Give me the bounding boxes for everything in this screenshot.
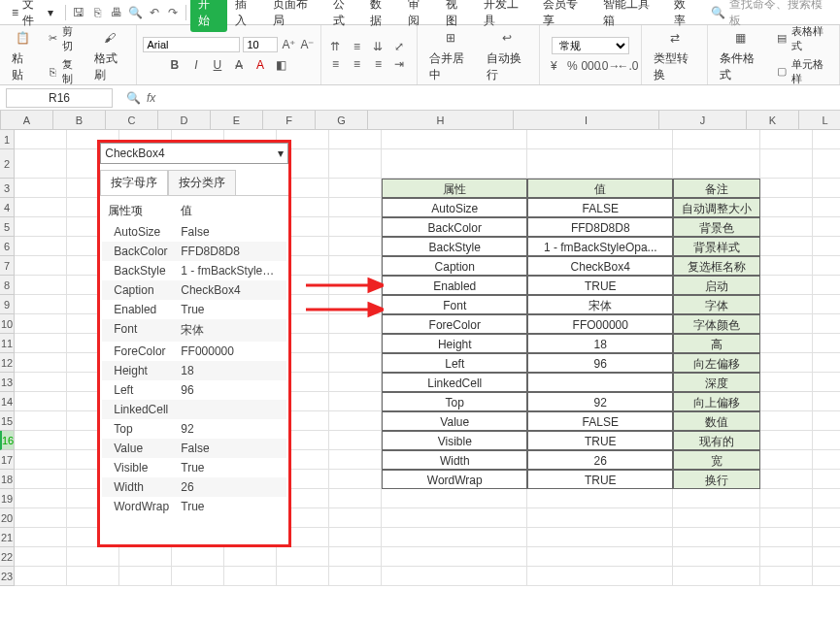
cell[interactable] [813,276,840,295]
cell[interactable]: Caption [382,256,527,276]
cell[interactable]: BackStyle [382,237,527,256]
cell[interactable]: FALSE [527,411,673,431]
cell[interactable] [329,198,382,217]
table-style-button[interactable]: ▤表格样式 [771,23,833,54]
row-header[interactable]: 12 [0,353,14,373]
cell[interactable]: Top [382,392,527,411]
cell[interactable] [329,237,382,256]
property-row[interactable]: VisibleTrue [102,458,286,477]
cell[interactable]: 背景样式 [673,237,760,256]
cell[interactable] [527,149,673,179]
cell-style-button[interactable]: ▢单元格样 [771,56,833,87]
property-row[interactable]: ValueFalse [102,439,286,458]
column-header[interactable]: I [514,111,659,129]
cell[interactable]: BackColor [382,217,527,237]
cell[interactable] [15,528,67,547]
property-row[interactable]: ForeColorFF000000 [102,342,286,361]
cell[interactable] [382,567,527,586]
cell[interactable] [382,489,527,508]
cell[interactable]: 换行 [673,470,760,489]
cell[interactable] [329,149,382,179]
cell[interactable] [67,547,119,567]
indent-icon[interactable]: ⇥ [391,56,407,72]
cell[interactable]: 数值 [673,411,760,431]
property-row[interactable]: LinkedCell [102,400,286,419]
cell[interactable] [760,314,813,334]
cell[interactable] [15,276,67,295]
column-header[interactable]: G [316,111,368,129]
column-header[interactable]: H [368,111,514,129]
percent-icon[interactable]: % [564,58,580,74]
cell[interactable] [813,314,840,334]
save-icon[interactable]: 🖫 [70,4,86,21]
prop-value[interactable]: True [181,500,281,513]
row-header[interactable]: 11 [0,334,14,353]
row-header[interactable]: 16 [0,431,14,450]
wrap-button[interactable]: ↩自动换行 [481,25,533,85]
property-row[interactable]: CaptionCheckBox4 [102,280,286,300]
cell[interactable] [527,528,673,547]
cell[interactable] [329,392,382,411]
cell[interactable] [760,508,813,528]
cell[interactable] [277,547,329,567]
row-header[interactable]: 17 [0,450,14,470]
cell[interactable] [224,567,277,586]
cell[interactable] [813,179,840,198]
cell[interactable] [329,373,382,392]
cell[interactable] [224,547,277,567]
cell[interactable] [813,411,840,431]
cell[interactable]: 宽 [673,450,760,470]
align-top-icon[interactable]: ⇈ [327,39,343,54]
cell[interactable] [813,198,840,217]
cell[interactable] [382,528,527,547]
cell[interactable] [329,217,382,237]
cond-format-button[interactable]: ▦条件格式 [714,25,767,85]
align-left-icon[interactable]: ≡ [327,56,343,72]
property-row[interactable]: Height18 [102,361,286,380]
increase-font-icon[interactable]: A⁺ [281,37,296,52]
cell[interactable]: Value [382,411,527,431]
cell[interactable]: 深度 [673,373,760,392]
export-icon[interactable]: ⎘ [89,4,106,21]
cell[interactable] [15,295,67,314]
cell[interactable] [15,198,67,217]
dec-decimal-icon[interactable]: ←.0 [620,58,635,74]
preview-icon[interactable]: 🔍 [127,4,144,21]
cell[interactable]: 属性 [382,179,527,198]
row-header[interactable]: 8 [0,276,14,295]
cell[interactable] [329,489,382,508]
format-painter-button[interactable]: 🖌 格式刷 [88,25,131,85]
cell[interactable]: 启动 [673,276,760,295]
column-header[interactable]: K [747,111,799,129]
decrease-font-icon[interactable]: A⁻ [299,37,315,52]
cell[interactable] [15,508,67,528]
cell[interactable] [329,508,382,528]
row-header[interactable]: 18 [0,470,14,489]
cell[interactable] [673,130,760,149]
cell[interactable]: TRUE [527,470,673,489]
cell[interactable] [813,295,840,314]
column-header[interactable]: E [211,111,263,129]
cell[interactable] [15,567,67,586]
object-selector[interactable]: CheckBox4 ▾ [100,143,288,164]
cell[interactable]: FALSE [527,198,673,217]
cell[interactable] [673,489,760,508]
row-header[interactable]: 21 [0,528,14,547]
cell[interactable] [15,470,67,489]
name-box[interactable]: R16 [6,88,113,108]
cell[interactable] [527,489,673,508]
column-header[interactable]: J [659,111,747,129]
cell[interactable] [329,334,382,353]
cell[interactable] [813,217,840,237]
cell[interactable] [527,130,673,149]
cell[interactable]: 现有的 [673,431,760,450]
row-header[interactable]: 5 [0,217,14,237]
cell[interactable] [673,567,760,586]
cell[interactable] [119,547,172,567]
cell[interactable]: 92 [527,392,673,411]
cell[interactable] [329,411,382,431]
prop-value[interactable]: 96 [181,383,281,397]
prop-value[interactable]: False [181,442,281,455]
cell[interactable]: Visible [382,431,527,450]
cell[interactable] [760,237,813,256]
